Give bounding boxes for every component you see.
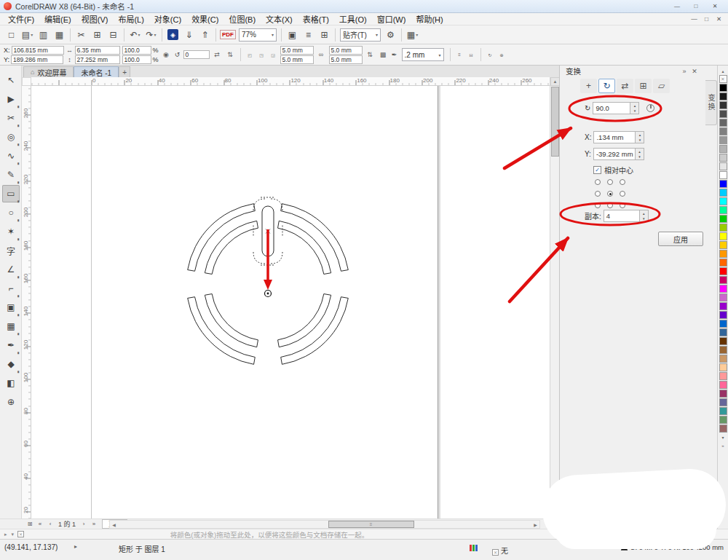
palette-color-swatch[interactable] xyxy=(719,346,727,354)
application-launcher-button[interactable]: ▦▾ xyxy=(405,27,420,42)
palette-color-swatch[interactable] xyxy=(719,189,727,197)
show-rulers-button[interactable]: ≡ xyxy=(301,27,316,42)
center-grid-radio-2-2[interactable] xyxy=(620,202,625,208)
palette-color-swatch[interactable] xyxy=(719,154,727,162)
relative-center-checkbox[interactable]: ✓ xyxy=(593,166,601,174)
doc-minimize-button[interactable]: — xyxy=(688,15,700,23)
polygon-tool[interactable]: ✶▗ xyxy=(2,223,20,240)
previous-page-button[interactable]: ‹ xyxy=(45,521,55,527)
palette-color-swatch[interactable] xyxy=(719,372,727,380)
palette-color-swatch[interactable] xyxy=(719,215,727,223)
publish-pdf-button[interactable]: PDF xyxy=(219,27,237,42)
scale-mirror-tab[interactable]: ⇄ xyxy=(617,79,633,93)
scalloped-corner-button[interactable]: ◳ xyxy=(257,51,266,59)
center-grid-radio-2-1[interactable] xyxy=(607,202,613,208)
object-order-button[interactable]: ⊟ xyxy=(467,51,476,59)
docker-rotation-angle-field[interactable]: 90.0 xyxy=(593,102,630,114)
mirror-vertical-button[interactable]: ⇅ xyxy=(225,51,236,59)
status-play-icon[interactable]: ▸ xyxy=(74,543,77,550)
text-tool[interactable]: 字 xyxy=(2,242,20,259)
paste-button[interactable]: ⊟ xyxy=(106,27,121,42)
size-tab[interactable]: ⊞ xyxy=(635,79,652,93)
angle-dial[interactable] xyxy=(646,104,654,112)
relative-corner-scaling-button[interactable]: ⇅ xyxy=(365,51,376,59)
ellipse-tool[interactable]: ○▗ xyxy=(2,204,20,221)
doc-close-button[interactable]: ✕ xyxy=(713,15,725,23)
palette-color-swatch[interactable] xyxy=(719,311,727,319)
maximize-button[interactable]: □ xyxy=(687,1,705,12)
align-distribute-button[interactable]: ≡ xyxy=(455,51,464,59)
menu-edit[interactable]: 编辑(E) xyxy=(39,13,76,25)
palette-no-color-swatch[interactable]: ✕ xyxy=(719,75,727,83)
dimension-tool[interactable]: ∠▗ xyxy=(2,261,20,278)
rectangle-tool[interactable]: ▭▗ xyxy=(2,185,20,202)
palette-color-swatch[interactable] xyxy=(719,180,727,188)
position-tab[interactable]: + xyxy=(580,79,597,93)
new-document-button[interactable]: □ xyxy=(4,27,19,42)
center-grid-radio-0-2[interactable] xyxy=(620,179,625,185)
drop-shadow-tool[interactable]: ▣▗ xyxy=(2,299,20,316)
palette-scroll-down-button[interactable]: ▾ xyxy=(719,433,728,441)
copies-spinner[interactable]: ▴ ▾ xyxy=(640,210,649,222)
save-button[interactable]: ▥ xyxy=(36,27,51,42)
palette-color-swatch[interactable] xyxy=(719,206,727,214)
snap-to-select[interactable]: 贴齐(T)▾ xyxy=(340,28,381,42)
palette-color-swatch[interactable] xyxy=(719,302,727,310)
eyedropper-tool[interactable]: ✒▗ xyxy=(2,336,20,354)
rotate-tab[interactable]: ↻ xyxy=(598,79,615,93)
copies-field[interactable]: 4 xyxy=(604,210,640,222)
palette-color-swatch[interactable] xyxy=(719,145,727,153)
redo-button[interactable]: ↷▾ xyxy=(143,27,159,42)
center-x-spinner[interactable]: ▴ ▾ xyxy=(636,131,644,143)
open-button[interactable]: ▤▾ xyxy=(20,27,35,42)
scroll-right-arrow[interactable]: ▶ xyxy=(531,521,539,528)
corner-radius-field-2[interactable]: 5.0 mm xyxy=(329,46,363,55)
edit-corners-together-button[interactable]: ∞ xyxy=(316,51,327,59)
palette-scroll-up-button[interactable]: ▴ xyxy=(719,67,728,75)
center-grid-radio-2-0[interactable] xyxy=(595,202,601,208)
menu-table[interactable]: 表格(T) xyxy=(298,13,334,25)
center-grid-radio-0-1[interactable] xyxy=(607,179,613,185)
palette-color-swatch[interactable] xyxy=(719,398,727,406)
palette-color-swatch[interactable] xyxy=(719,162,727,170)
palette-flyout-icon[interactable]: ▸ xyxy=(4,532,7,537)
options-button[interactable]: ⚙ xyxy=(383,27,398,42)
tab-welcome-screen[interactable]: ⌂ 欢迎屏幕 xyxy=(23,66,74,77)
doc-restore-button[interactable]: □ xyxy=(700,15,713,23)
pick-tool[interactable]: ↖ xyxy=(2,71,20,89)
center-grid-radio-0-0[interactable] xyxy=(595,179,601,185)
object-height-field[interactable]: 27.252 mm xyxy=(75,55,120,64)
palette-color-swatch[interactable] xyxy=(719,390,727,398)
palette-color-swatch[interactable] xyxy=(719,276,727,284)
add-tools-button[interactable]: ⊕ xyxy=(2,393,20,411)
new-document-tab-button[interactable]: + xyxy=(119,66,130,77)
palette-color-swatch[interactable] xyxy=(719,293,727,301)
outline-width-select[interactable]: .2 mm ▾ xyxy=(402,48,444,61)
scale-y-field[interactable]: 100.0 xyxy=(122,55,151,64)
palette-color-swatch[interactable] xyxy=(719,285,727,293)
zoom-tool[interactable]: ◎▗ xyxy=(2,128,20,146)
menu-object[interactable]: 对象(C) xyxy=(149,13,186,25)
center-grid-radio-1-1[interactable] xyxy=(607,191,613,197)
palette-color-swatch[interactable] xyxy=(719,259,727,267)
search-content-button[interactable]: ◈ xyxy=(165,27,181,42)
quick-customize-button[interactable]: ⊕ xyxy=(497,51,507,59)
chamfered-corner-button[interactable]: ◲ xyxy=(269,51,278,59)
x-position-field[interactable]: 106.815 mm xyxy=(12,46,64,55)
cut-button[interactable]: ✂ xyxy=(74,27,89,42)
palette-color-swatch[interactable] xyxy=(719,267,727,275)
zoom-level-select[interactable]: 77%▾ xyxy=(239,28,277,42)
mesh-fill-tool[interactable]: ▦▗ xyxy=(2,318,20,335)
palette-color-swatch[interactable] xyxy=(719,355,727,363)
menu-tools[interactable]: 工具(O) xyxy=(334,13,372,25)
crop-tool[interactable]: ✂▗ xyxy=(2,109,20,127)
palette-color-swatch[interactable] xyxy=(719,224,727,232)
undo-button[interactable]: ↶▾ xyxy=(127,27,143,42)
document-color-profile-icon[interactable] xyxy=(470,545,478,551)
show-grid-button[interactable]: ⊞ xyxy=(317,27,332,42)
shape-tool[interactable]: ▶▗ xyxy=(2,90,20,108)
drawing-canvas[interactable] xyxy=(31,86,550,518)
center-grid-radio-1-2[interactable] xyxy=(620,191,625,197)
first-page-button[interactable]: « xyxy=(35,521,45,527)
palette-color-swatch[interactable] xyxy=(719,171,727,179)
